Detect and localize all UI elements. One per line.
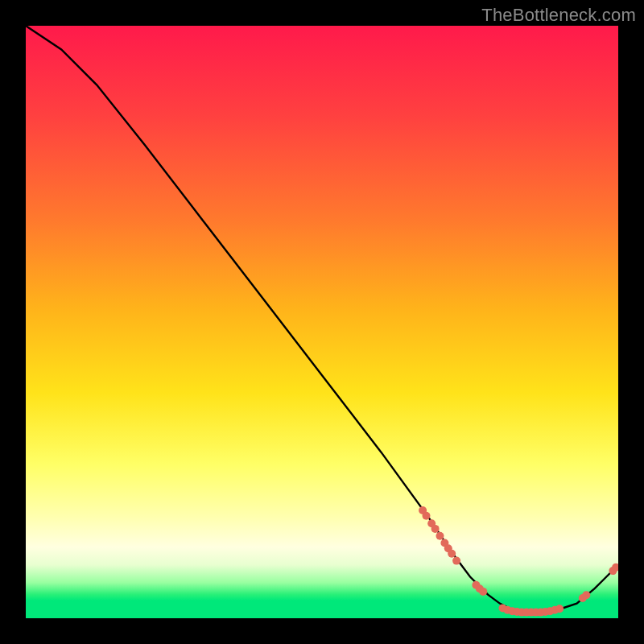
marker-dot	[436, 532, 444, 540]
marker-dot	[582, 591, 590, 599]
watermark-label: TheBottleneck.com	[481, 5, 636, 26]
bottleneck-curve	[26, 26, 618, 613]
chart-plot-area	[26, 26, 618, 618]
marker-dot	[423, 512, 431, 520]
marker-dot	[431, 525, 440, 533]
marker-dot	[452, 557, 460, 565]
marker-dot	[479, 588, 487, 596]
marker-dot	[448, 550, 456, 558]
chart-svg	[26, 26, 618, 618]
chart-frame: TheBottleneck.com	[0, 0, 644, 644]
data-markers	[419, 506, 618, 617]
marker-dot	[555, 605, 564, 613]
